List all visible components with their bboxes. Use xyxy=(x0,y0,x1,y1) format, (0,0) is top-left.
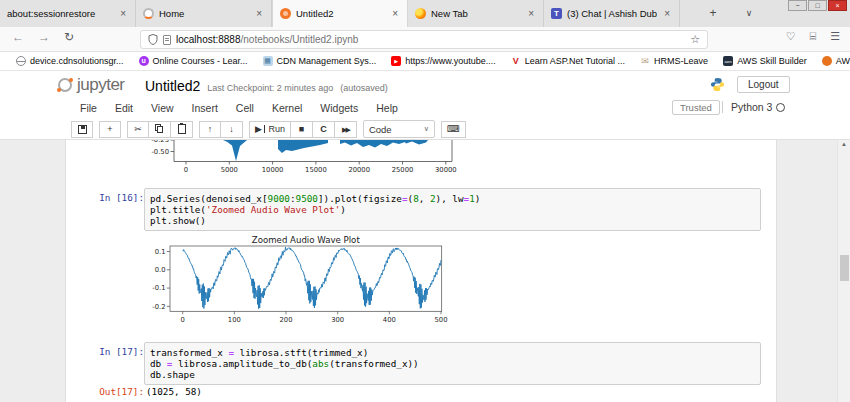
window-minimize-button[interactable]: − xyxy=(788,0,807,11)
tracking-shield-icon[interactable] xyxy=(148,34,158,45)
jupyter-planet-icon xyxy=(58,78,72,92)
zoomed-audio-wave-plot-svg: Zoomed Audio Wave Plot0.10.0-0.1-0.20100… xyxy=(150,233,462,331)
cell16-input-prompt: In [16]: xyxy=(94,192,144,203)
cell17-code-editor[interactable]: transformed_x = librosa.stft(trimmed_x)d… xyxy=(144,342,761,385)
autosave-status: (autosaved) xyxy=(340,83,388,93)
scrollbar-up-icon[interactable]: ▲ xyxy=(838,141,850,147)
back-icon[interactable]: ← xyxy=(12,30,24,44)
menu-kernel[interactable]: Kernel xyxy=(263,98,311,118)
move-cell-up-button[interactable]: ↑ xyxy=(199,121,221,138)
envelope-icon: ✉ xyxy=(640,56,650,66)
copy-cell-button[interactable] xyxy=(149,121,171,138)
paste-icon xyxy=(178,124,186,134)
bookmark-item[interactable]: ▶https://www.youtube.... xyxy=(391,56,496,66)
audio-wave-plot-partial: -0.25-0.50050001000015000200002500030000 xyxy=(150,140,462,182)
forward-icon[interactable]: → xyxy=(38,30,50,44)
tab-close-icon[interactable]: × xyxy=(254,8,264,19)
svg-text:5000: 5000 xyxy=(221,166,238,174)
paste-cell-button[interactable] xyxy=(171,121,193,138)
bookmark-item[interactable]: uOnline Courses - Lear... xyxy=(139,56,248,66)
tab-close-icon[interactable]: × xyxy=(526,8,536,19)
tab-untitled2-active[interactable]: Untitled2 × xyxy=(272,0,408,27)
menu-help[interactable]: Help xyxy=(367,98,407,118)
menu-widgets[interactable]: Widgets xyxy=(311,98,367,118)
logout-button[interactable]: Logout xyxy=(737,76,790,93)
bookmark-label: CDN Management Sys... xyxy=(277,56,377,66)
tab-label: New Tab xyxy=(431,8,521,19)
notebook-scroll-area[interactable]: -0.25-0.50050001000015000200002500030000… xyxy=(0,140,850,402)
save-button[interactable] xyxy=(71,121,93,138)
run-button[interactable]: ▶Run xyxy=(249,121,291,138)
tab-close-icon[interactable]: × xyxy=(662,8,672,19)
checkpoint-status: Last Checkpoint: 2 minutes ago xyxy=(207,83,333,93)
menu-insert[interactable]: Insert xyxy=(183,98,227,118)
tab-close-icon[interactable]: × xyxy=(390,8,400,19)
browser-tab-bar: about:sessionrestore × Home × Untitled2 … xyxy=(0,0,850,27)
add-cell-button[interactable]: + xyxy=(99,121,121,138)
svg-text:0: 0 xyxy=(184,166,188,174)
trusted-button[interactable]: Trusted xyxy=(672,100,720,115)
bookmark-item[interactable]: AWS Management Co... xyxy=(822,56,850,66)
tab-close-icon[interactable]: × xyxy=(118,8,128,19)
bookmark-item[interactable]: awsAWS Skill Builder xyxy=(723,56,807,66)
firefox-icon xyxy=(415,8,426,19)
cut-cell-button[interactable]: ✂ xyxy=(127,121,149,138)
svg-text:0: 0 xyxy=(181,316,185,324)
globe-icon xyxy=(16,56,26,66)
tab-new-tab[interactable]: New Tab × xyxy=(408,0,544,27)
window-maximize-button[interactable]: □ xyxy=(808,0,827,11)
url-text[interactable]: localhost:8888/notebooks/Untitled2.ipynb xyxy=(176,34,358,45)
bookmark-label: Learn ASP.Net Tutorial ... xyxy=(525,56,625,66)
tab-teams-chat[interactable]: T (3) Chat | Ashish Dubey | Micro × xyxy=(544,0,680,27)
jupyter-header: jupyter Untitled2 Last Checkpoint: 2 min… xyxy=(0,71,850,98)
cell-type-select[interactable]: Code ∨ xyxy=(363,120,435,138)
zoomed-audio-wave-plot: Zoomed Audio Wave Plot0.10.0-0.1-0.20100… xyxy=(150,233,462,335)
copy-icon xyxy=(155,124,164,134)
notebook-container: -0.25-0.50050001000015000200002500030000… xyxy=(65,140,777,402)
page-info-icon[interactable] xyxy=(163,35,171,45)
tab-session-restore[interactable]: about:sessionrestore × xyxy=(0,0,136,27)
cell17-output-prompt: Out[17]: xyxy=(94,386,144,397)
library-icon[interactable]: ⌸ xyxy=(810,30,817,43)
hamburger-menu-icon[interactable]: ☰ xyxy=(830,30,840,43)
jupyter-logo[interactable]: jupyter xyxy=(58,75,125,95)
svg-text:400: 400 xyxy=(383,316,396,324)
move-cell-down-button[interactable]: ↓ xyxy=(221,121,243,138)
tab-home[interactable]: Home × xyxy=(136,0,272,27)
bookmark-label: Online Courses - Lear... xyxy=(153,56,248,66)
pocket-icon[interactable]: ♡ xyxy=(786,30,796,43)
notebook-title[interactable]: Untitled2 xyxy=(145,78,200,94)
cell17-input-prompt: In [17]: xyxy=(94,346,144,357)
kernel-indicator: Python 3 xyxy=(722,101,785,113)
bookmark-item[interactable]: VLearn ASP.Net Tutorial ... xyxy=(511,56,625,66)
new-tab-button[interactable]: + xyxy=(702,5,724,23)
jupyter-home-favicon xyxy=(143,8,154,19)
bookmark-label: https://www.youtube.... xyxy=(405,56,496,66)
svg-text:100: 100 xyxy=(228,316,241,324)
bookmark-item[interactable]: device.cdnsolutionsgr... xyxy=(16,56,124,66)
menu-file[interactable]: File xyxy=(71,98,106,118)
svg-text:15000: 15000 xyxy=(305,166,327,174)
bookmark-star-icon[interactable]: ☆ xyxy=(690,33,700,46)
bookmark-item[interactable]: ▦CDN Management Sys... xyxy=(263,56,377,66)
teams-icon: T xyxy=(551,8,562,19)
cell16-code-editor[interactable]: pd.Series(denoised_x[9000:9500]).plot(fi… xyxy=(144,188,761,231)
url-bar[interactable]: localhost:8888/notebooks/Untitled2.ipynb… xyxy=(140,30,708,49)
tab-label: about:sessionrestore xyxy=(7,8,113,19)
window-close-button[interactable]: × xyxy=(828,0,847,11)
restart-run-all-button[interactable]: ▶▶ xyxy=(335,121,357,138)
scrollbar-thumb[interactable] xyxy=(840,255,849,281)
list-tabs-chevron-icon[interactable]: ∨ xyxy=(738,5,760,23)
kernel-idle-icon xyxy=(776,103,785,112)
restart-kernel-button[interactable]: C xyxy=(313,121,335,138)
reload-icon[interactable]: ↻ xyxy=(64,30,74,44)
command-palette-button[interactable]: ⌨ xyxy=(441,121,466,138)
vertical-scrollbar[interactable]: ▲ xyxy=(837,140,850,402)
bookmark-item[interactable]: ✉HRMS-Leave xyxy=(640,56,708,66)
menu-view[interactable]: View xyxy=(142,98,183,118)
bookmark-label: HRMS-Leave xyxy=(654,56,708,66)
menu-edit[interactable]: Edit xyxy=(106,98,142,118)
menu-cell[interactable]: Cell xyxy=(227,98,263,118)
aws-console-icon xyxy=(822,56,832,66)
interrupt-kernel-button[interactable]: ■ xyxy=(291,121,313,138)
